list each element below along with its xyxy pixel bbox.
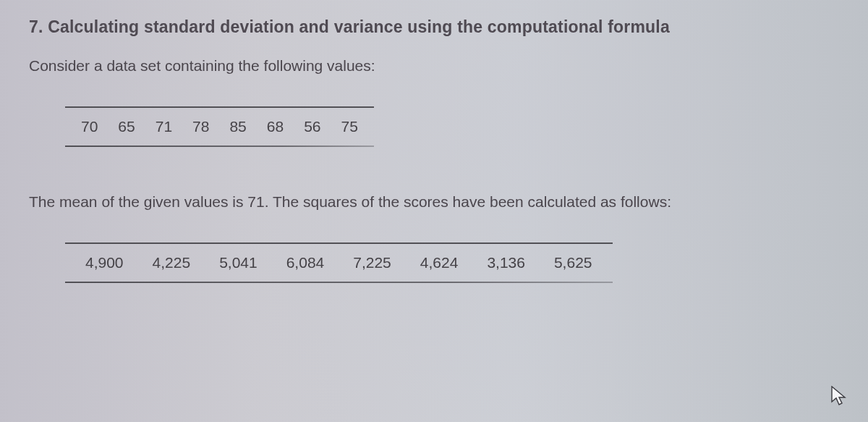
square-cell: 4,900: [71, 254, 138, 271]
table-rule-top: [65, 242, 613, 244]
square-cell: 4,624: [406, 254, 473, 271]
squares-row: 4,900 4,225 5,041 6,084 7,225 4,624 3,13…: [65, 244, 613, 282]
value-cell: 65: [108, 118, 145, 135]
value-cell: 75: [331, 118, 368, 135]
table-rule-top: [65, 106, 374, 108]
value-cell: 85: [219, 118, 256, 135]
square-cell: 4,225: [138, 254, 205, 271]
table-rule-bottom: [65, 282, 613, 283]
squares-table: 4,900 4,225 5,041 6,084 7,225 4,624 3,13…: [65, 242, 613, 283]
question-title: 7. Calculating standard deviation and va…: [29, 17, 839, 37]
value-cell: 71: [145, 118, 182, 135]
table-rule-bottom: [65, 145, 374, 147]
value-cell: 56: [294, 118, 331, 135]
square-cell: 5,041: [205, 254, 272, 271]
value-cell: 78: [182, 118, 219, 135]
values-table: 70 65 71 78 85 68 56 75: [65, 106, 374, 147]
mean-text: The mean of the given values is 71. The …: [29, 193, 839, 211]
question-content: 7. Calculating standard deviation and va…: [0, 0, 868, 312]
value-cell: 70: [71, 118, 108, 135]
square-cell: 3,136: [472, 254, 540, 271]
cursor-icon: [830, 386, 848, 406]
square-cell: 5,625: [540, 254, 607, 271]
value-cell: 68: [257, 118, 294, 135]
square-cell: 6,084: [272, 254, 339, 271]
intro-text: Consider a data set containing the follo…: [29, 57, 839, 75]
square-cell: 7,225: [339, 254, 406, 271]
values-row: 70 65 71 78 85 68 56 75: [65, 108, 374, 145]
